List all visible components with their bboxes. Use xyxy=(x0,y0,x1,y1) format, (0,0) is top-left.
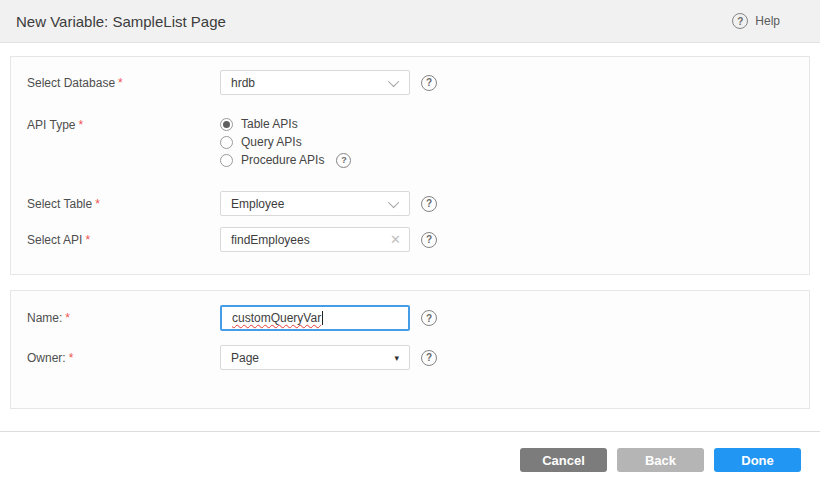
api-input[interactable]: findEmployees ✕ xyxy=(220,227,410,252)
database-dropdown-value: hrdb xyxy=(231,76,255,90)
radio-option-query-apis[interactable]: Query APIs xyxy=(220,135,351,149)
required-asterisk: * xyxy=(118,76,123,90)
help-link[interactable]: ? Help xyxy=(732,13,804,29)
required-asterisk: * xyxy=(69,351,74,365)
done-button[interactable]: Done xyxy=(714,448,801,472)
clear-icon[interactable]: ✕ xyxy=(390,233,401,246)
name-input-value: customQueryVar xyxy=(232,311,321,325)
database-help-icon[interactable]: ? xyxy=(421,75,437,91)
owner-label: Owner:* xyxy=(27,345,220,365)
radio-option-table-apis[interactable]: Table APIs xyxy=(220,117,351,131)
variable-panel: Name:* customQueryVar ? Owner:* Page ▾ ? xyxy=(10,290,810,409)
footer-actions: Cancel Back Done xyxy=(0,432,820,472)
owner-row: Owner:* Page ▾ ? xyxy=(27,345,793,370)
api-type-label: API Type* xyxy=(27,115,220,132)
select-api-row: Select API* findEmployees ✕ ? xyxy=(27,227,793,252)
required-asterisk: * xyxy=(78,118,83,132)
api-type-radio-group: Table APIs Query APIs Procedure APIs ? xyxy=(220,115,351,167)
api-input-value: findEmployees xyxy=(231,233,310,247)
owner-select[interactable]: Page ▾ xyxy=(220,345,410,370)
radio-option-procedure-apis[interactable]: Procedure APIs ? xyxy=(220,153,351,167)
owner-help-icon[interactable]: ? xyxy=(421,350,437,366)
text-caret xyxy=(322,311,323,325)
name-input[interactable]: customQueryVar xyxy=(220,305,410,331)
radio-selected-icon[interactable] xyxy=(220,118,233,131)
name-row: Name:* customQueryVar ? xyxy=(27,305,793,331)
api-type-row: API Type* Table APIs Query APIs Procedur… xyxy=(27,115,793,167)
database-dropdown[interactable]: hrdb xyxy=(220,70,410,95)
select-arrow-icon: ▾ xyxy=(394,353,399,363)
back-button[interactable]: Back xyxy=(617,448,704,472)
table-dropdown-value: Employee xyxy=(231,197,284,211)
dialog-header: New Variable: SampleList Page ? Help xyxy=(0,0,820,43)
chevron-down-icon xyxy=(388,75,399,86)
table-dropdown[interactable]: Employee xyxy=(220,191,410,216)
radio-unselected-icon[interactable] xyxy=(220,136,233,149)
chevron-down-icon xyxy=(388,196,399,207)
radio-unselected-icon[interactable] xyxy=(220,154,233,167)
select-table-label: Select Table* xyxy=(27,191,220,211)
required-asterisk: * xyxy=(65,311,70,325)
select-api-label: Select API* xyxy=(27,227,220,247)
required-asterisk: * xyxy=(95,197,100,211)
name-help-icon[interactable]: ? xyxy=(421,310,437,326)
page-title: New Variable: SampleList Page xyxy=(16,13,226,30)
procedure-apis-help-icon[interactable]: ? xyxy=(336,153,351,168)
help-label: Help xyxy=(755,14,780,28)
owner-select-value: Page xyxy=(231,351,259,365)
required-asterisk: * xyxy=(85,233,90,247)
select-database-label: Select Database* xyxy=(27,70,220,90)
api-help-icon[interactable]: ? xyxy=(421,232,437,248)
table-help-icon[interactable]: ? xyxy=(421,196,437,212)
select-database-row: Select Database* hrdb ? xyxy=(27,70,793,95)
cancel-button[interactable]: Cancel xyxy=(520,448,607,472)
help-icon: ? xyxy=(732,13,748,29)
name-label: Name:* xyxy=(27,305,220,325)
select-table-row: Select Table* Employee ? xyxy=(27,191,793,216)
datasource-panel: Select Database* hrdb ? API Type* Table … xyxy=(10,56,810,275)
